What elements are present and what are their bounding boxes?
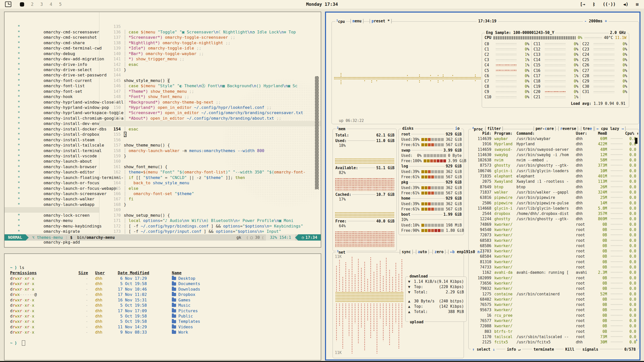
process-row[interactable]: 102638 nvim nvim --embed . dhh 58M 0.0 <box>469 157 639 163</box>
process-row[interactable]: 2544 dropbox /home/dhh/.dropbox-dist dhh… <box>469 211 639 216</box>
file-list-item[interactable]: * omarchy-install-docker-dbs <box>5 116 99 121</box>
directory-name[interactable]: Templates <box>172 319 200 324</box>
network-icon[interactable]: ((·)) <box>603 2 616 7</box>
file-list-item[interactable]: * omarchy-launch-webapp <box>5 191 99 196</box>
process-row[interactable]: 94540 kworker/ root 0B 0.0 <box>469 227 639 232</box>
prompt-line[interactable]: ~ ⟩ <box>10 340 318 346</box>
disk-entry[interactable]: home929 GiB Used:39%362 GiB Free:61%567 … <box>401 196 462 212</box>
process-row[interactable]: 1170 tailscal /usr/sbin/tailscaled -- ro… <box>469 334 639 339</box>
volume-icon[interactable]: ◀) <box>623 2 628 7</box>
file-list-item[interactable]: * omarchy-launch-browser <box>5 153 99 159</box>
file-list-item[interactable]: * omarchy-hyprland-window-pop <box>5 94 99 99</box>
update-interval[interactable]: - 2000ms + <box>583 19 609 23</box>
code-buffer[interactable]: 135 │ case $(menu "Toggle" "▣ Screensave… <box>99 19 321 234</box>
file-list-item[interactable]: * omarchy-pkg-add <box>5 229 99 234</box>
file-list-item[interactable]: * omarchy-install-tailscale <box>5 132 99 137</box>
file-list-item[interactable]: * omarchy-cmd-terminal-cwd <box>5 35 99 40</box>
file-list-item[interactable]: * omarchy-hyprland-workspace-toggle <box>5 100 99 105</box>
directory-name[interactable]: Downloads <box>172 287 200 292</box>
workspace-button[interactable]: 5 <box>59 2 62 7</box>
file-list-item[interactable]: * omarchy-install-chromium-google-a <box>5 105 99 110</box>
workspace-button[interactable]: 2 <box>31 2 33 7</box>
process-row[interactable]: 87573 ghostty /usr/bin/ghostty --gtk- dh… <box>469 163 639 168</box>
process-row[interactable]: 72073 kworker/ root 0B 0.0 <box>469 233 639 238</box>
file-list-item[interactable]: * omarchy-launch-or-focus-webapp <box>5 175 99 180</box>
terminal-window[interactable]: ~ ⟩ ls Permissions Size User Date Modifi… <box>4 253 321 360</box>
process-row[interactable]: 114639 waybar /usr/bin/waybar dhh 69M 0.… <box>469 136 639 141</box>
file-list-item[interactable]: * omarchy-font-current <box>5 67 99 72</box>
workspace-1-active[interactable] <box>20 2 24 7</box>
disk-entry[interactable]: root929 GiB Used:39%362 GiB Free:61%567 … <box>401 131 462 148</box>
process-row[interactable]: 71835 elephant elephant dhh 401M 0.0 <box>469 173 639 179</box>
bluetooth-icon[interactable]: ᛒ <box>593 2 595 7</box>
process-row[interactable]: 114659 swayosd- /usr/bin/swayosd-server … <box>469 147 639 152</box>
process-row[interactable]: 12244 ghostty /usr/bin/ghostty --gtk- dh… <box>469 216 639 222</box>
process-row[interactable]: 68586 kworker/ root 0B 0.0 <box>469 243 639 248</box>
process-row[interactable]: 79032 kworker/ root 0B 0.0 <box>469 286 639 291</box>
reverse-button[interactable]: reverse <box>558 126 578 131</box>
process-row[interactable]: 1916 Hyprland Hyprland dhh 422M 0.0 <box>469 142 639 147</box>
process-row[interactable]: 2125 fcitx5 /usr/bin/fcitx5 dhh 30M 0.0 <box>469 340 639 345</box>
file-list-item[interactable]: * omarchy-launch-wifi <box>5 196 99 202</box>
terminate-button[interactable]: terminate <box>532 347 555 352</box>
file-list-item[interactable]: * omarchy-font-set <box>5 78 99 83</box>
directory-name[interactable]: Desktop <box>172 276 195 281</box>
process-row[interactable]: 1275 containe /usr/bin/containerd root 5… <box>469 291 639 297</box>
process-row[interactable]: 16 rcu_pree root 0B 0.0 <box>469 313 639 318</box>
process-row[interactable]: 72088 kworker/ root 0B 0.0 <box>469 324 639 329</box>
file-list-item[interactable]: * omarchy-launch-screensaver <box>5 180 99 186</box>
process-row[interactable]: 68583 kworker/ root 0B 0.0 <box>469 238 639 243</box>
file-list-item[interactable]: * omarchy-drive-select <box>5 56 99 62</box>
process-row[interactable]: 1162 avahi-da avahi-daemon: running [ av… <box>469 270 639 275</box>
file-list-item[interactable]: * omarchy-install-vscode <box>5 143 99 148</box>
proc-scrollbar[interactable] <box>635 138 637 144</box>
file-list-item[interactable]: * omarchy-dev-add-migration <box>5 46 99 51</box>
workspace-button[interactable]: 3 <box>40 2 43 7</box>
file-list-item[interactable]: * omarchy-hook <box>5 83 99 88</box>
process-row[interactable]: 803 btrfs-tr root 0B 0.0 <box>469 329 639 334</box>
cpu-tray-icon[interactable]: ⊞ <box>636 2 638 7</box>
process-row[interactable]: 2075 Xwayland Xwayland :1 -rootless - dh… <box>469 179 639 184</box>
process-row[interactable]: 102099 kworker/ root 0B 0.0 <box>469 275 639 281</box>
process-row[interactable]: 76577 kworker/ root 0B 0.0 <box>469 318 639 323</box>
io-mode-button[interactable]: io <box>454 126 461 131</box>
directory-name[interactable]: Dropbox <box>172 292 195 297</box>
process-row[interactable]: 106746 glycin-i /usr/lib/glycin-loaders … <box>469 168 639 173</box>
file-list-item[interactable]: * omarchy-hyprland-window-close-all <box>5 89 99 94</box>
directory-name[interactable]: Music <box>172 303 190 308</box>
tree-button[interactable]: tree <box>581 126 594 131</box>
process-row[interactable]: 114630 swaybg /usr/bin/swaybg -i /hom dh… <box>469 152 639 157</box>
preset-button[interactable]: preset * <box>370 19 392 23</box>
process-row[interactable]: 68584 kworker/ root 0B 0.0 <box>469 254 639 259</box>
directory-name[interactable]: Public <box>172 313 193 319</box>
signals-button[interactable]: signals <box>581 347 600 352</box>
file-list-item[interactable]: * omarchy-install-terminal <box>5 137 99 143</box>
directory-name[interactable]: Games <box>172 297 190 303</box>
process-row[interactable]: 73703 kworker/ root 0B 0.0 <box>469 249 639 254</box>
directory-name[interactable]: Documents <box>172 281 200 286</box>
file-list-item[interactable]: * omarchy-menu <box>5 207 99 212</box>
process-row[interactable]: 81310 kworker/ root 0B 0.0 <box>469 259 639 264</box>
directory-name[interactable]: Pictures <box>172 308 198 313</box>
workspace-button[interactable]: 4 <box>50 2 52 7</box>
process-row[interactable]: 74869 kworker/ root 0B 0.0 <box>469 222 639 227</box>
menu-button[interactable]: menu <box>350 19 364 23</box>
btop-window[interactable]: 1cpu menu preset * 17:34:19 - 2000ms + u… <box>325 12 640 360</box>
disk-entry[interactable]: log929 GiB Used:39%362 GiB Free:61%567 G… <box>401 164 462 180</box>
directory-name[interactable]: Videos <box>172 324 193 330</box>
file-list-item[interactable]: * omarchy-menu-keybindings <box>5 213 99 218</box>
process-row[interactable]: 63816 pipewire /usr/bin/pipewire dhh 25M… <box>469 195 639 200</box>
kill-button[interactable]: Kill <box>564 347 576 352</box>
process-row[interactable]: 114668 glycin-i /usr/lib/glycin-loaders … <box>469 206 639 211</box>
file-list-item[interactable]: * omarchy-notification-dismiss <box>5 223 99 229</box>
file-list-item[interactable]: * omarchy-launch-about <box>5 148 99 153</box>
file-list-item[interactable]: * omarchy-debug <box>5 40 99 46</box>
per-core-button[interactable]: per-core <box>534 126 556 131</box>
auto-button[interactable]: auto <box>416 250 429 254</box>
process-row[interactable]: 95673 kworker/ root 0B 0.0 <box>469 307 639 313</box>
info-button[interactable]: info ↵ <box>505 347 522 352</box>
process-row[interactable]: 87649 btop btop dhh 26M 0.0 <box>469 184 639 190</box>
process-row[interactable]: 73656 kworker/ root 0B 0.0 <box>469 281 639 286</box>
sync-button[interactable]: sync <box>400 250 413 254</box>
process-row[interactable]: 71837 walker /usr/bin/walker --gappl dhh… <box>469 190 639 195</box>
